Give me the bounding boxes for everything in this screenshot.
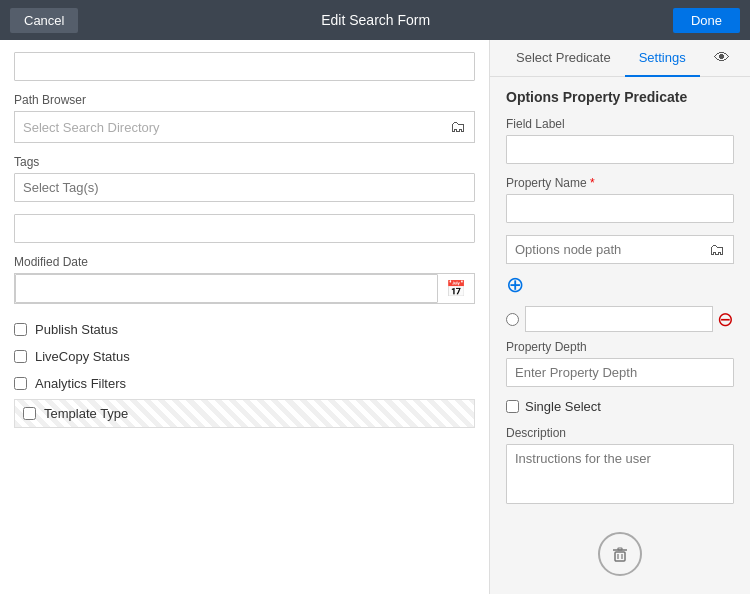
date-input[interactable] bbox=[15, 274, 438, 303]
publish-status-label: Publish Status bbox=[35, 322, 118, 337]
path-browser-row: Select Search Directory 🗂 bbox=[14, 111, 475, 143]
tags-input[interactable] bbox=[14, 173, 475, 202]
right-content: Options Property Predicate Field Label T… bbox=[490, 77, 750, 594]
path-browser-folder-button[interactable]: 🗂 bbox=[450, 118, 466, 136]
cq-page-input[interactable]: cq:Page bbox=[14, 52, 475, 81]
delete-button-wrap bbox=[506, 520, 734, 588]
livecopy-status-item: LiveCopy Status bbox=[14, 343, 475, 370]
modified-date-field: Modified Date 📅 bbox=[14, 255, 475, 304]
single-select-checkbox[interactable] bbox=[506, 400, 519, 413]
delete-button[interactable] bbox=[598, 532, 642, 576]
done-button[interactable]: Done bbox=[673, 8, 740, 33]
template-type-checkbox[interactable] bbox=[23, 407, 36, 420]
publish-status-item: Publish Status bbox=[14, 316, 475, 343]
template-type-item: Template Type bbox=[14, 399, 475, 428]
option-value-input[interactable]: /apps/cq/gui/content/common/options/pred… bbox=[525, 306, 713, 332]
tabs-bar: Select Predicate Settings 👁 bbox=[490, 40, 750, 77]
required-indicator: * bbox=[590, 176, 595, 190]
property-name-input[interactable]: jcr:content/cq:Template bbox=[506, 194, 734, 223]
analytics-filters-item: Analytics Filters bbox=[14, 370, 475, 397]
path-browser-label: Path Browser bbox=[14, 93, 475, 107]
cq-page-field: cq:Page bbox=[14, 52, 475, 81]
left-panel: cq:Page Path Browser Select Search Direc… bbox=[0, 40, 490, 594]
single-select-row: Single Select bbox=[506, 399, 734, 414]
options-node-row: 🗂 bbox=[506, 235, 734, 264]
livecopy-status-label: LiveCopy Status bbox=[35, 349, 130, 364]
field-label-input[interactable]: Template Type bbox=[506, 135, 734, 164]
livecopy-status-checkbox[interactable] bbox=[14, 350, 27, 363]
property-depth-label: Property Depth bbox=[506, 340, 734, 354]
cancel-button[interactable]: Cancel bbox=[10, 8, 78, 33]
analytics-filters-checkbox[interactable] bbox=[14, 377, 27, 390]
single-select-label: Single Select bbox=[525, 399, 601, 414]
template-type-label: Template Type bbox=[44, 406, 128, 421]
option-entry-row: /apps/cq/gui/content/common/options/pred… bbox=[506, 306, 734, 332]
property-name-group: Property Name * jcr:content/cq:Template bbox=[506, 176, 734, 223]
tab-select-predicate[interactable]: Select Predicate bbox=[502, 40, 625, 77]
tabs-container: Select Predicate Settings bbox=[502, 40, 700, 76]
page-title: Edit Search Form bbox=[321, 12, 430, 28]
tags-label: Tags bbox=[14, 155, 475, 169]
header: Cancel Edit Search Form Done bbox=[0, 0, 750, 40]
publish-status-checkbox[interactable] bbox=[14, 323, 27, 336]
analytics-filters-label: Analytics Filters bbox=[35, 376, 126, 391]
property-name-label: Property Name * bbox=[506, 176, 734, 190]
field-label-label: Field Label bbox=[506, 117, 734, 131]
path-browser-field: Path Browser Select Search Directory 🗂 bbox=[14, 93, 475, 143]
add-option-button[interactable]: ⊕ bbox=[506, 272, 524, 298]
options-node-folder-button[interactable]: 🗂 bbox=[701, 237, 733, 263]
main-content: cq:Page Path Browser Select Search Direc… bbox=[0, 40, 750, 594]
property-depth-input[interactable] bbox=[506, 358, 734, 387]
field-label-group: Field Label Template Type bbox=[506, 117, 734, 164]
right-panel: Select Predicate Settings 👁 Options Prop… bbox=[490, 40, 750, 594]
path-input[interactable]: path bbox=[14, 214, 475, 243]
property-depth-group: Property Depth bbox=[506, 340, 734, 387]
description-label: Description bbox=[506, 426, 734, 440]
trash-icon bbox=[609, 543, 631, 565]
description-textarea[interactable] bbox=[506, 444, 734, 504]
remove-option-button[interactable]: ⊖ bbox=[717, 307, 734, 331]
svg-rect-0 bbox=[615, 552, 625, 561]
options-node-input[interactable] bbox=[507, 236, 701, 263]
svg-rect-2 bbox=[618, 548, 622, 550]
calendar-button[interactable]: 📅 bbox=[438, 275, 474, 302]
eye-icon[interactable]: 👁 bbox=[706, 41, 738, 75]
option-radio[interactable] bbox=[506, 313, 519, 326]
path-field: path bbox=[14, 214, 475, 243]
path-browser-placeholder-text: Select Search Directory bbox=[23, 120, 450, 135]
date-row: 📅 bbox=[14, 273, 475, 304]
tags-field: Tags bbox=[14, 155, 475, 202]
modified-date-label: Modified Date bbox=[14, 255, 475, 269]
tab-settings[interactable]: Settings bbox=[625, 40, 700, 77]
section-title: Options Property Predicate bbox=[506, 89, 734, 105]
description-group: Description bbox=[506, 426, 734, 508]
